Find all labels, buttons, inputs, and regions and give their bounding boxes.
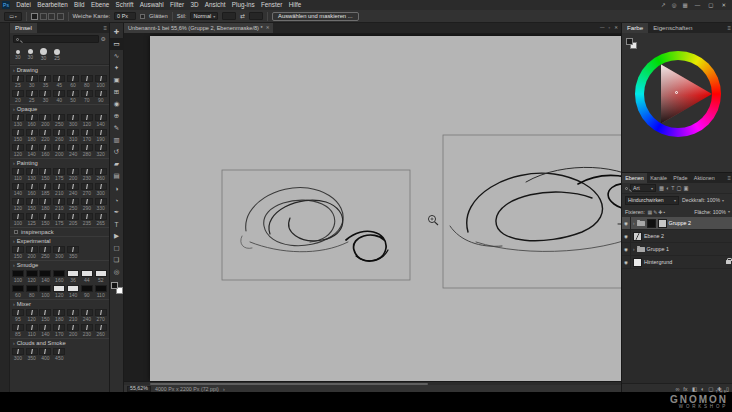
pen-tool[interactable]: ✒ [110,206,124,218]
brush-preset[interactable]: 170 [80,128,94,143]
frame-tool[interactable]: ⊞ [110,86,124,98]
recent-brush[interactable]: 25 [54,49,60,61]
brush-preset[interactable]: 185 [39,182,53,197]
layer-effects-icon[interactable]: fx [683,384,687,393]
eyedropper-tool[interactable]: ◉ [110,98,124,110]
menu-item-ansicht[interactable]: Ansicht [202,0,229,10]
visibility-eye-icon[interactable]: ◉ [622,256,631,269]
brush-preset[interactable]: 80 [25,284,39,299]
layer-row-gruppe-1[interactable]: ◉›Gruppe 1 [622,243,732,256]
menu-item-plug-ins[interactable]: Plug-ins [229,0,258,10]
brush-preset[interactable]: 60 [66,74,80,89]
filter-type-select[interactable]: Art [630,184,656,192]
marquee-tool[interactable]: ▭ [110,38,124,50]
brush-preset[interactable]: 200 [25,245,39,260]
brush-preset[interactable]: 30 [25,74,39,89]
healing-tool[interactable]: ⊕ [110,110,124,122]
hand-tool[interactable]: ❏ [110,254,124,266]
blend-mode-select[interactable]: Hindurchwirken [625,196,679,205]
panel-menu-icon[interactable]: ≡ [727,23,731,33]
delete-layer-icon[interactable]: ▯ [726,384,729,393]
brush-preset[interactable]: 150 [39,212,53,227]
menu-item-bild[interactable]: Bild [71,0,88,10]
brush-preset[interactable]: 190 [94,128,108,143]
brush-preset[interactable]: 265 [94,212,108,227]
select-and-mask-button[interactable]: Auswählen und maskieren ... [272,12,358,21]
minimize-button[interactable]: — [691,0,705,10]
shape-tool[interactable]: ▢ [110,242,124,254]
brush-preset[interactable]: 30 [39,89,53,104]
brush-preset[interactable]: 95 [11,308,25,323]
brush-search-input[interactable] [13,35,99,43]
brush-preset[interactable]: 220 [39,128,53,143]
recent-brush[interactable]: 30 [15,50,21,60]
doc-minimize-icon[interactable]: — [600,23,605,33]
document-tab[interactable]: Unbenannt-1 bei 55,6% (Gruppe 2, Ebenenm… [124,23,273,33]
brush-preset[interactable]: 160 [25,182,39,197]
type-tool[interactable]: T [110,218,124,230]
brush-preset[interactable]: 290 [80,197,94,212]
brush-preset[interactable]: 150 [25,197,39,212]
clone-stamp-tool[interactable]: ▥ [110,134,124,146]
new-layer-icon[interactable]: ✚ [717,384,722,393]
brush-preset[interactable]: 120 [25,308,39,323]
brush-section-painting[interactable]: ›Painting [10,158,109,167]
brush-preset[interactable]: 150 [11,245,25,260]
antialias-checkbox[interactable] [140,14,145,19]
brush-preset[interactable]: 140 [39,323,53,338]
brush-preset[interactable]: 110 [94,284,108,299]
layer-row-ebene-2[interactable]: ◉Ebene 2 [622,230,732,243]
tab-ebenen[interactable]: Ebenen [622,173,647,183]
brush-preset[interactable]: 150 [39,167,53,182]
brush-preset[interactable]: 85 [11,323,25,338]
brush-preset[interactable]: 44 [80,269,94,284]
width-field[interactable] [222,12,236,20]
brush-preset[interactable]: 140 [39,269,53,284]
recent-brush[interactable]: 30 [28,49,34,60]
brush-preset[interactable]: 90 [94,89,108,104]
brush-preset[interactable]: 140 [94,113,108,128]
tab-close-icon[interactable]: ✕ [266,23,270,33]
layer-thumbnail-scribble[interactable] [633,232,642,241]
foreground-color-swatch[interactable] [111,282,118,289]
brush-preset[interactable]: 180 [39,197,53,212]
move-tool[interactable]: ✚ [110,26,124,38]
brush-preset[interactable]: 100 [94,74,108,89]
gear-icon[interactable]: ⚙ [101,35,106,43]
visibility-eye-icon[interactable]: ◉ [622,230,631,243]
menu-item-auswahl[interactable]: Auswahl [137,0,167,10]
brush-preset[interactable]: 230 [80,167,94,182]
status-menu-arrow[interactable]: › [223,386,225,392]
tool-preset-dropdown[interactable]: ▭ [4,12,22,21]
filter-smart-objects-icon[interactable]: ▣ [682,185,689,191]
brush-preset[interactable]: 175 [52,167,66,182]
brush-preset[interactable]: 280 [80,143,94,158]
panel-menu-icon[interactable]: ≡ [103,23,107,33]
brush-preset[interactable]: 52 [94,269,108,284]
dodge-tool[interactable]: ◔ [110,194,124,206]
intersect-selection-mode-icon[interactable] [57,13,64,20]
brush-preset[interactable]: 260 [52,128,66,143]
lasso-tool[interactable]: ∿ [110,50,124,62]
brush-preset[interactable]: 20 [11,89,25,104]
brush-preset[interactable]: 235 [80,212,94,227]
tab-farbe[interactable]: Farbe [622,23,648,33]
brush-preset[interactable]: 260 [94,323,108,338]
brush-preset[interactable]: 210 [52,197,66,212]
brush-preset[interactable]: 230 [80,323,94,338]
brush-preset[interactable]: 300 [11,347,25,362]
lock-all-icon[interactable]: ▪ [663,209,666,215]
workspace-switcher-icon[interactable]: ▦ [679,0,690,10]
brush-preset[interactable]: 180 [25,128,39,143]
filter-pixel-layers-icon[interactable]: ▦ [658,185,665,191]
brush-preset[interactable]: 100 [39,284,53,299]
style-select[interactable]: Normal [190,12,218,20]
brush-preset[interactable]: 170 [52,323,66,338]
doc-restore-icon[interactable]: ▫ [609,23,611,33]
link-dimensions-icon[interactable]: ⇄ [240,13,245,19]
close-button[interactable]: ✕ [717,0,730,10]
brush-section-experimental[interactable]: ›Experimental [10,236,109,245]
brush-preset[interactable]: 100 [11,269,25,284]
subtract-selection-mode-icon[interactable] [48,13,55,20]
canvas-viewport[interactable] [124,33,621,381]
